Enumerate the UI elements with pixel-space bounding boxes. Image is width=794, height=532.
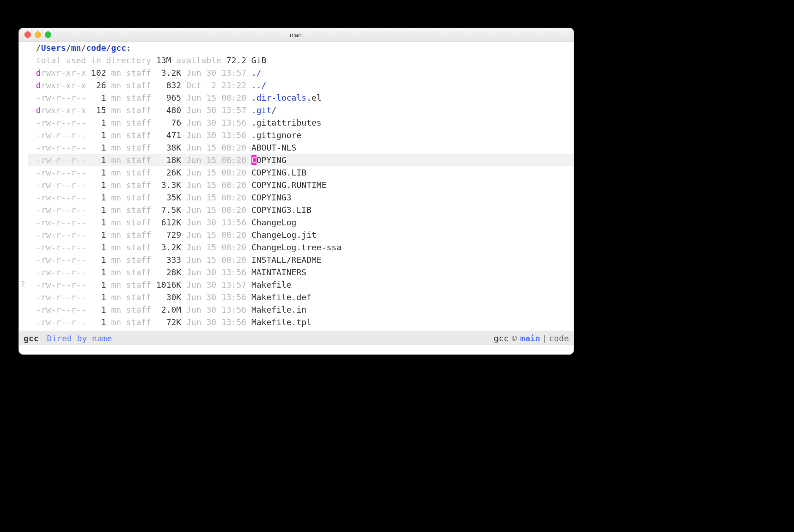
dired-entry[interactable]: drwxr-xr-x 15 mn staff 480 Jun 30 13:57 … <box>28 104 574 116</box>
mode-line-project: code <box>549 333 569 343</box>
window-title: main <box>19 31 574 38</box>
dired-entry[interactable]: -rw-r--r-- 1 mn staff 76 Jun 30 13:56 .g… <box>28 116 574 129</box>
dired-entry[interactable]: -rw-r--r-- 1 mn staff 18K Jun 15 08:20 C… <box>28 154 574 166</box>
dired-filename[interactable]: / <box>271 105 276 115</box>
dired-entry[interactable]: -rw-r--r-- 1 mn staff 38K Jun 15 08:20 A… <box>28 141 574 154</box>
dired-entry[interactable]: -rw-r--r-- 1 mn staff 333 Jun 15 08:20 I… <box>28 254 574 266</box>
dired-entry[interactable]: -rw-r--r-- 1 mn staff 72K Jun 30 13:56 M… <box>28 316 574 328</box>
minimize-icon[interactable] <box>35 31 41 38</box>
path-segment[interactable]: mn <box>71 43 81 53</box>
dired-buffer[interactable]: /Users/mn/code/gcc: total used in direct… <box>28 42 574 331</box>
dired-filename[interactable]: COPYING3 <box>251 193 292 202</box>
dired-filename[interactable]: COPYING.RUNTIME <box>251 180 327 190</box>
dired-filename[interactable]: COPYING.LIB <box>251 168 306 177</box>
dired-entry[interactable]: -rw-r--r-- 1 mn staff 35K Jun 15 08:20 C… <box>28 191 574 204</box>
dired-entry[interactable]: -rw-r--r-- 1 mn staff 26K Jun 15 08:20 C… <box>28 166 574 179</box>
dired-filename[interactable]: .dir-locals <box>251 93 306 103</box>
dired-filename[interactable]: COPYING3.LIB <box>251 205 311 215</box>
path-segment[interactable]: Users <box>41 43 66 53</box>
dired-filename[interactable]: Makefile <box>251 280 292 290</box>
dired-filename[interactable]: ChangeLog.tree-ssa <box>251 242 342 252</box>
zoom-icon[interactable] <box>45 31 51 38</box>
mode-line-left: gcc Dired by name <box>24 333 112 343</box>
dired-entry[interactable]: -rw-r--r-- 1 mn staff 3.3K Jun 15 08:20 … <box>28 179 574 191</box>
dired-filename[interactable]: .git <box>251 105 271 115</box>
dired-filename[interactable]: OPYING <box>257 155 287 165</box>
dired-summary-line[interactable]: total used in directory 13M available 72… <box>28 54 574 66</box>
dired-filename[interactable]: INSTALL/README <box>251 255 322 265</box>
fringe: ? <box>19 42 28 331</box>
mode-line-right: gcc © main | code <box>494 333 569 343</box>
mode-line-vc-branch[interactable]: main <box>520 333 540 343</box>
dired-entry[interactable]: drwxr-xr-x 102 mn staff 3.2K Jun 30 13:5… <box>28 66 574 79</box>
mode-line-major-mode[interactable]: Dired by name <box>47 333 112 343</box>
dired-filename[interactable]: .el <box>306 93 322 103</box>
close-icon[interactable] <box>24 31 31 38</box>
dired-filename[interactable]: ./ <box>251 68 262 78</box>
vc-icon: © <box>512 333 517 343</box>
point-cursor: C <box>251 155 257 165</box>
dired-filename[interactable]: MAINTAINERS <box>251 267 306 277</box>
mode-line[interactable]: gcc Dired by name gcc © main | code <box>19 331 574 345</box>
buffer-area: ? /Users/mn/code/gcc: total used in dire… <box>19 42 574 331</box>
dired-entry[interactable]: -rw-r--r-- 1 mn staff 1016K Jun 30 13:57… <box>28 278 574 291</box>
dired-filename[interactable]: Makefile.in <box>251 305 306 314</box>
dired-filename[interactable]: .gitattributes <box>251 118 322 127</box>
dired-entry[interactable]: -rw-r--r-- 1 mn staff 471 Jun 30 13:56 .… <box>28 129 574 141</box>
dired-entry[interactable]: -rw-r--r-- 1 mn staff 1.1K Jun 15 08:20 … <box>28 328 574 331</box>
dired-filename[interactable]: README <box>251 330 281 331</box>
dired-filename[interactable]: Makefile.def <box>251 292 311 302</box>
dired-entry[interactable]: -rw-r--r-- 1 mn staff 28K Jun 30 13:56 M… <box>28 266 574 278</box>
mode-line-vc-project: gcc <box>494 333 509 343</box>
titlebar[interactable]: main <box>19 28 574 42</box>
mode-line-separator: | <box>542 333 547 343</box>
dired-path-line[interactable]: /Users/mn/code/gcc: <box>28 42 574 54</box>
dired-entry[interactable]: -rw-r--r-- 1 mn staff 3.2K Jun 15 08:20 … <box>28 241 574 254</box>
dired-entry[interactable]: -rw-r--r-- 1 mn staff 612K Jun 30 13:56 … <box>28 216 574 229</box>
fringe-indicator: ? <box>20 279 25 289</box>
dired-entry[interactable]: -rw-r--r-- 1 mn staff 729 Jun 15 08:20 C… <box>28 229 574 241</box>
dired-filename[interactable]: Makefile.tpl <box>251 317 311 327</box>
dired-filename[interactable]: ../ <box>251 80 267 90</box>
traffic-lights <box>24 31 51 38</box>
dired-entry[interactable]: -rw-r--r-- 1 mn staff 7.5K Jun 15 08:20 … <box>28 204 574 216</box>
dired-filename[interactable]: ABOUT-NLS <box>251 143 297 152</box>
dired-filename[interactable]: ChangeLog <box>251 218 297 227</box>
path-segment[interactable]: code <box>86 43 106 53</box>
dired-filename[interactable]: .gitignore <box>251 130 301 140</box>
dired-entry[interactable]: -rw-r--r-- 1 mn staff 2.0M Jun 30 13:56 … <box>28 303 574 316</box>
dired-entry[interactable]: drwxr-xr-x 26 mn staff 832 Oct 2 21:22 .… <box>28 79 574 91</box>
emacs-window: main ? /Users/mn/code/gcc: total used in… <box>18 28 574 355</box>
echo-area[interactable] <box>19 345 574 354</box>
dired-entry[interactable]: -rw-r--r-- 1 mn staff 965 Jun 15 08:20 .… <box>28 91 574 104</box>
path-segment[interactable]: gcc <box>111 43 126 53</box>
mode-line-buffer-name[interactable]: gcc <box>24 333 39 343</box>
dired-filename[interactable]: ChangeLog.jit <box>251 230 317 240</box>
dired-entry[interactable]: -rw-r--r-- 1 mn staff 30K Jun 30 13:56 M… <box>28 291 574 303</box>
